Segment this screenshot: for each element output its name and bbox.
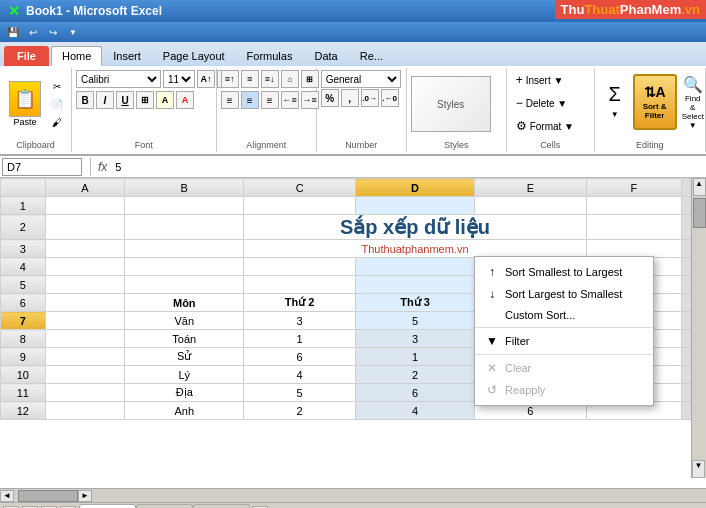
scroll-right-button[interactable]: ► [78, 490, 92, 502]
row-header-3[interactable]: 3 [1, 240, 46, 258]
cell-d9[interactable]: 1 [355, 348, 474, 366]
cell-a10[interactable] [45, 366, 125, 384]
cell-b8[interactable]: Toán [125, 330, 244, 348]
font-size-select[interactable]: 11 [163, 70, 195, 88]
cell-a4[interactable] [45, 258, 125, 276]
cell-mon[interactable]: Môn [125, 294, 244, 312]
cell-b7[interactable]: Văn [125, 312, 244, 330]
cell-d7[interactable]: 5 [355, 312, 474, 330]
cell-c9[interactable]: 6 [244, 348, 355, 366]
row-header-4[interactable]: 4 [1, 258, 46, 276]
cell-b3[interactable] [125, 240, 244, 258]
redo-qat-button[interactable]: ↪ [44, 24, 62, 40]
cell-d5[interactable] [355, 276, 474, 294]
save-qat-button[interactable]: 💾 [4, 24, 22, 40]
cell-a2[interactable] [45, 215, 125, 240]
tab-formulas[interactable]: Formulas [236, 46, 304, 66]
tab-home[interactable]: Home [51, 46, 102, 66]
cell-b9[interactable]: Sử [125, 348, 244, 366]
cell-a3[interactable] [45, 240, 125, 258]
copy-button[interactable]: 📄 [48, 96, 66, 112]
cell-subtitle[interactable]: Thuthuatphanmem.vn [244, 240, 586, 258]
format-button[interactable]: ⚙ Format ▼ [511, 116, 579, 136]
qat-dropdown-button[interactable]: ▼ [64, 24, 82, 40]
delete-button[interactable]: − Delete ▼ [511, 93, 573, 113]
sheet-tab-1[interactable]: Sheet1 [79, 504, 136, 508]
align-right-button[interactable]: ≡ [261, 91, 279, 109]
borders-button[interactable]: ⊞ [136, 91, 154, 109]
italic-button[interactable]: I [96, 91, 114, 109]
row-header-7[interactable]: 7 [1, 312, 46, 330]
cell-c8[interactable]: 1 [244, 330, 355, 348]
styles-preview[interactable]: Styles [411, 76, 491, 132]
percent-button[interactable]: % [321, 89, 339, 107]
cell-c5[interactable] [244, 276, 355, 294]
col-header-f[interactable]: F [586, 179, 681, 197]
cell-d8[interactable]: 3 [355, 330, 474, 348]
col-header-b[interactable]: B [125, 179, 244, 197]
insert-button[interactable]: + Insert ▼ [511, 70, 569, 90]
align-top-button[interactable]: ≡↑ [221, 70, 239, 88]
font-color-button[interactable]: A [176, 91, 194, 109]
cell-a7[interactable] [45, 312, 125, 330]
wrap-text-button[interactable]: ⌂ [281, 70, 299, 88]
comma-button[interactable]: , [341, 89, 359, 107]
cell-thu2[interactable]: Thứ 2 [244, 294, 355, 312]
sheet-tab-3[interactable]: Sheet3 [193, 504, 250, 508]
autosum-arrow[interactable]: ▼ [611, 110, 619, 119]
cell-a1[interactable] [45, 197, 125, 215]
row-header-9[interactable]: 9 [1, 348, 46, 366]
cell-thu3-h[interactable]: Thứ 3 [355, 294, 474, 312]
align-center-button[interactable]: ≡ [241, 91, 259, 109]
paste-button[interactable]: 📋 Paste [4, 76, 46, 132]
cell-b10[interactable]: Lý [125, 366, 244, 384]
cell-f3[interactable] [586, 240, 681, 258]
sheet-tab-2[interactable]: Sheet2 [136, 504, 193, 508]
tab-insert[interactable]: Insert [102, 46, 152, 66]
scroll-up-button[interactable]: ▲ [693, 178, 706, 196]
tab-review[interactable]: Re... [349, 46, 394, 66]
number-format-select[interactable]: General [321, 70, 401, 88]
sort-filter-button[interactable]: ⇅A Sort & Filter [633, 74, 677, 130]
format-painter-button[interactable]: 🖌 [48, 114, 66, 130]
cell-b12[interactable]: Anh [125, 402, 244, 420]
autosum-button[interactable]: Σ [599, 78, 631, 110]
bold-button[interactable]: B [76, 91, 94, 109]
cell-b4[interactable] [125, 258, 244, 276]
align-bottom-button[interactable]: ≡↓ [261, 70, 279, 88]
cell-b2[interactable] [125, 215, 244, 240]
find-select-button[interactable]: 🔍 Find & Select ▼ [679, 74, 706, 130]
decrease-decimal-button[interactable]: .←0 [381, 89, 399, 107]
tab-data[interactable]: Data [303, 46, 348, 66]
tab-file[interactable]: File [4, 46, 49, 66]
decrease-indent-button[interactable]: ←≡ [281, 91, 299, 109]
col-header-e[interactable]: E [475, 179, 586, 197]
cell-d10[interactable]: 2 [355, 366, 474, 384]
row-header-10[interactable]: 10 [1, 366, 46, 384]
cell-f1[interactable] [586, 197, 681, 215]
scroll-down-button[interactable]: ▼ [692, 460, 705, 478]
name-box[interactable]: D7 [2, 158, 82, 176]
row-header-12[interactable]: 12 [1, 402, 46, 420]
menu-item-sort-desc[interactable]: ↓ Sort Largest to Smallest [475, 283, 653, 305]
cell-d12[interactable]: 4 [355, 402, 474, 420]
increase-decimal-button[interactable]: .0→ [361, 89, 379, 107]
scroll-thumb[interactable] [693, 198, 706, 228]
col-header-a[interactable]: A [45, 179, 125, 197]
cell-e1[interactable] [475, 197, 586, 215]
row-header-1[interactable]: 1 [1, 197, 46, 215]
vertical-scrollbar[interactable]: ▲ ▼ [691, 178, 706, 478]
tab-page-layout[interactable]: Page Layout [152, 46, 236, 66]
row-header-6[interactable]: 6 [1, 294, 46, 312]
col-header-d[interactable]: D [355, 179, 474, 197]
cell-a8[interactable] [45, 330, 125, 348]
menu-item-custom-sort[interactable]: Custom Sort... [475, 305, 653, 325]
scroll-left-button[interactable]: ◄ [0, 490, 14, 502]
row-header-5[interactable]: 5 [1, 276, 46, 294]
cell-a11[interactable] [45, 384, 125, 402]
cell-d4[interactable] [355, 258, 474, 276]
fill-color-button[interactable]: A [156, 91, 174, 109]
horizontal-scroll-thumb[interactable] [18, 490, 78, 502]
underline-button[interactable]: U [116, 91, 134, 109]
increase-font-button[interactable]: A↑ [197, 70, 215, 88]
